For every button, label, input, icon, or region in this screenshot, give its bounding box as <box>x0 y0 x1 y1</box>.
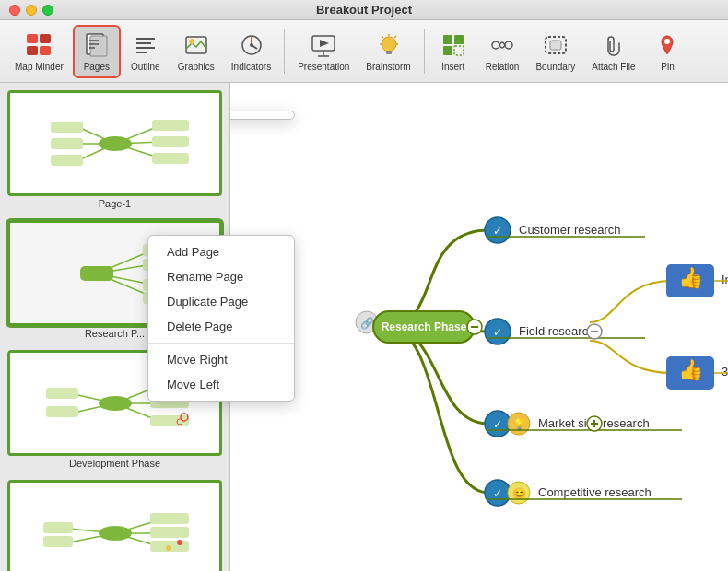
context-menu: Add Page Rename Page Duplicate Page Dele… <box>147 235 295 402</box>
svg-point-64 <box>99 396 132 411</box>
svg-rect-0 <box>27 34 38 43</box>
svg-text:👍: 👍 <box>678 265 704 290</box>
toolbar-separator-1 <box>284 29 285 74</box>
svg-rect-30 <box>443 46 452 55</box>
svg-rect-2 <box>27 46 38 55</box>
attach-file-label: Attach File <box>592 62 635 72</box>
svg-text:✓: ✓ <box>493 225 502 238</box>
page-thumbnail-page-1[interactable] <box>7 90 222 196</box>
toolbar-item-brainstorm[interactable]: Brainstorm <box>358 25 417 78</box>
svg-rect-5 <box>90 36 107 56</box>
page-thumbnail-reporting-status[interactable] <box>7 480 222 571</box>
graphics-icon <box>182 30 211 60</box>
relation-label: Relation <box>486 62 520 72</box>
svg-point-84 <box>166 545 171 551</box>
svg-point-21 <box>382 37 396 52</box>
svg-rect-54 <box>80 266 113 281</box>
window-title: Breakout Project <box>316 3 412 17</box>
pin-icon <box>652 30 682 60</box>
svg-line-26 <box>382 36 383 38</box>
attach-file-icon <box>599 30 628 60</box>
page-label-page-1: Page-1 <box>7 198 222 209</box>
svg-text:✓: ✓ <box>493 418 502 431</box>
svg-rect-22 <box>386 51 392 54</box>
toolbar-item-indicators[interactable]: Indicators <box>224 25 278 78</box>
svg-rect-45 <box>152 136 189 147</box>
toolbar-item-pin[interactable]: Pin <box>644 25 690 78</box>
main-content: Page-1 Research P... <box>0 83 728 571</box>
context-menu-move-left[interactable]: Move Left <box>148 372 294 397</box>
svg-rect-79 <box>150 527 189 538</box>
minimize-button[interactable] <box>26 5 37 16</box>
toolbar-item-presentation[interactable]: Presentation <box>290 25 357 78</box>
context-menu-delete-page[interactable]: Delete Page <box>148 314 294 339</box>
close-button[interactable] <box>9 5 20 16</box>
svg-text:Research Phase: Research Phase <box>382 320 467 333</box>
relation-icon <box>487 30 517 60</box>
svg-text:Inhouse: Inhouse <box>722 273 728 286</box>
svg-rect-46 <box>152 153 189 164</box>
presentation-icon <box>309 30 338 60</box>
context-menu-rename-page[interactable]: Rename Page <box>148 264 294 289</box>
indicators-icon <box>237 30 266 60</box>
svg-rect-47 <box>51 122 83 133</box>
svg-text:👍: 👍 <box>678 357 704 382</box>
toolbar-item-outline[interactable]: Outline <box>123 25 169 78</box>
svg-line-24 <box>394 36 396 38</box>
svg-text:3rd Party: 3rd Party <box>722 365 728 379</box>
maximize-button[interactable] <box>42 5 53 16</box>
map-minder-label: Map Minder <box>15 62 64 72</box>
presentation-label: Presentation <box>298 62 349 72</box>
svg-text:😊: 😊 <box>512 486 526 500</box>
boundary-label: Boundary <box>535 62 575 72</box>
context-menu-move-right[interactable]: Move Right <box>148 347 294 372</box>
insert-icon <box>439 30 468 60</box>
toolbar-item-insert[interactable]: Insert <box>430 25 476 78</box>
insert-label: Insert <box>441 62 464 72</box>
svg-marker-20 <box>320 40 329 47</box>
svg-rect-81 <box>43 522 73 533</box>
outline-icon <box>131 30 160 60</box>
svg-text:✓: ✓ <box>493 326 502 339</box>
svg-text:Field research: Field research <box>519 324 594 338</box>
toolbar-item-pages[interactable]: Pages <box>73 25 121 78</box>
pages-icon <box>82 30 112 60</box>
svg-point-33 <box>505 41 512 49</box>
page-item-reporting-status[interactable]: Reporting Status <box>7 480 222 571</box>
svg-text:Competitive research: Competitive research <box>538 485 652 499</box>
svg-rect-68 <box>46 388 78 399</box>
svg-point-83 <box>177 540 182 545</box>
svg-point-32 <box>492 41 499 49</box>
svg-point-16 <box>250 43 253 47</box>
toolbar-item-graphics[interactable]: Graphics <box>170 25 222 78</box>
svg-rect-28 <box>443 35 452 44</box>
canvas-area: 🔗 Research Phase ✓ Customer research ✓ F… <box>230 83 728 571</box>
outline-label: Outline <box>131 62 160 72</box>
toolbar-item-map-minder[interactable]: Map Minder <box>7 25 71 78</box>
context-menu-separator <box>148 343 294 344</box>
context-menu-add-page[interactable]: Add Page <box>148 239 294 264</box>
svg-rect-44 <box>152 120 189 131</box>
svg-rect-35 <box>550 41 561 50</box>
brainstorm-label: Brainstorm <box>366 62 410 72</box>
page-item-page-1[interactable]: Page-1 <box>7 90 222 209</box>
brainstorm-icon <box>374 30 404 60</box>
toolbar-item-boundary[interactable]: Boundary <box>528 25 582 78</box>
svg-text:Customer research: Customer research <box>519 223 621 237</box>
svg-rect-3 <box>40 46 51 55</box>
svg-rect-29 <box>454 35 464 44</box>
toolbar: Map Minder Pages Outline <box>0 20 728 83</box>
svg-rect-49 <box>51 155 83 166</box>
svg-rect-69 <box>46 406 78 417</box>
mindmap-svg: 🔗 Research Phase ✓ Customer research ✓ F… <box>230 83 728 571</box>
indicators-label: Indicators <box>231 62 271 72</box>
title-bar: Breakout Project <box>0 0 728 20</box>
context-menu-duplicate-page[interactable]: Duplicate Page <box>148 289 294 314</box>
map-minder-icon <box>24 30 53 60</box>
svg-point-43 <box>99 136 132 151</box>
svg-text:💡: 💡 <box>512 417 526 431</box>
svg-point-14 <box>189 39 194 44</box>
svg-rect-1 <box>40 34 51 43</box>
toolbar-item-relation[interactable]: Relation <box>478 25 527 78</box>
toolbar-item-attach-file[interactable]: Attach File <box>584 25 642 78</box>
